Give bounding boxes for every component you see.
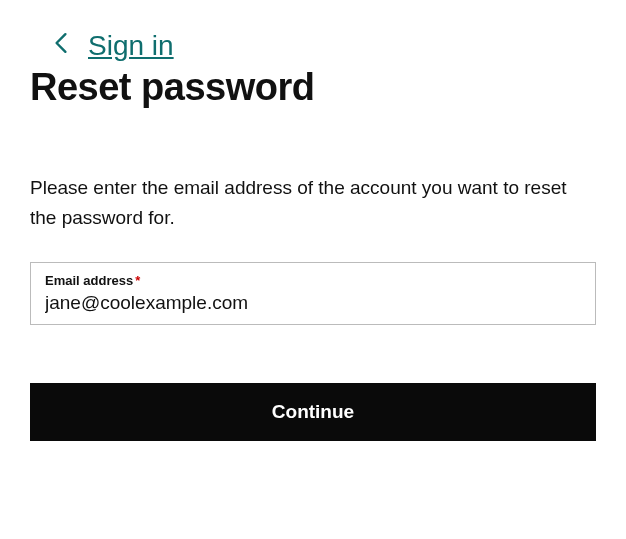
chevron-left-icon[interactable] xyxy=(54,32,72,60)
email-label-row: Email address* xyxy=(45,273,581,288)
email-label: Email address xyxy=(45,273,133,288)
back-navigation: Sign in xyxy=(54,30,596,62)
sign-in-link[interactable]: Sign in xyxy=(88,30,174,62)
required-indicator: * xyxy=(135,273,140,288)
instruction-text: Please enter the email address of the ac… xyxy=(30,173,596,234)
email-field-wrapper[interactable]: Email address* xyxy=(30,262,596,325)
email-input[interactable] xyxy=(45,292,581,314)
continue-button[interactable]: Continue xyxy=(30,383,596,441)
page-title: Reset password xyxy=(30,66,596,109)
